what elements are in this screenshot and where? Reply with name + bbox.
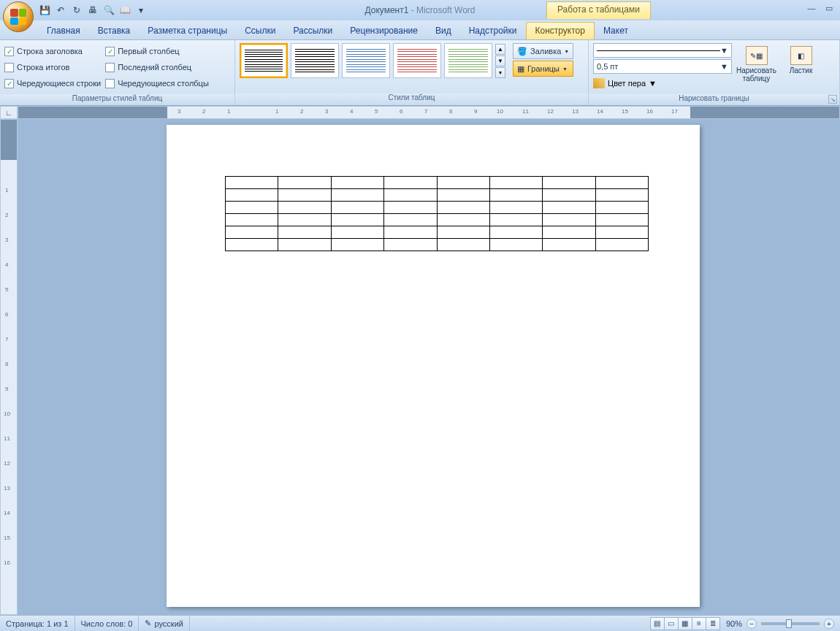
gallery-up-icon[interactable]: ▲ [495, 44, 505, 55]
group-title: Стили таблиц [235, 93, 588, 105]
bucket-icon: 🪣 [517, 47, 527, 56]
view-web-icon[interactable]: ▦ [678, 617, 692, 630]
zoom-in-button[interactable]: + [824, 619, 834, 629]
eraser-icon: ◧ [790, 46, 812, 65]
tab-references[interactable]: Ссылки [236, 23, 284, 39]
tab-home[interactable]: Главная [38, 23, 89, 39]
print-icon[interactable]: 🖶 [86, 4, 99, 17]
table-row [226, 202, 649, 214]
status-word-count[interactable]: Число слов: 0 [75, 616, 140, 631]
chevron-down-icon: ▼ [720, 46, 728, 55]
draw-table-button[interactable]: ✎▦ Нарисовать таблицу [736, 43, 776, 85]
view-print-layout-icon[interactable]: ▤ [650, 617, 665, 630]
tab-addins[interactable]: Надстройки [460, 23, 526, 39]
group-table-style-options: ✓Строка заголовка Строка итогов ✓Чередую… [0, 40, 235, 105]
chevron-down-icon: ▼ [649, 79, 657, 88]
view-outline-icon[interactable]: ≡ [692, 617, 706, 630]
zoom-value[interactable]: 90% [726, 619, 742, 628]
ruler-corner[interactable]: ∟ [0, 106, 18, 119]
checkbox-icon[interactable] [105, 63, 115, 72]
app-name: Microsoft Word [416, 5, 475, 15]
zoom-out-button[interactable]: − [747, 619, 757, 629]
quick-access-toolbar: 💾 ↶ ↻ 🖶 🔍 📖 ▾ [38, 4, 148, 17]
tab-review[interactable]: Рецензирование [341, 23, 427, 39]
ribbon-tabs: Главная Вставка Разметка страницы Ссылки… [0, 20, 840, 40]
dialog-launcher-icon[interactable]: ↘ [828, 95, 837, 104]
chevron-down-icon: ▼ [720, 62, 728, 71]
pen-color-button[interactable]: Цвет пера▼ [593, 75, 732, 91]
preview-icon[interactable]: 🔍 [102, 4, 115, 17]
table-style-thumb[interactable] [240, 43, 288, 78]
minimize-button[interactable]: — [805, 3, 818, 13]
group-draw-borders: ▼ 0,5 пт▼ Цвет пера▼ ✎▦ Нарисовать табли… [589, 40, 840, 105]
borders-button[interactable]: ▦Границы▼ [513, 61, 573, 77]
proofing-icon: ✎ [145, 619, 151, 628]
contextual-tab-label: Работа с таблицами [546, 1, 651, 19]
office-button[interactable] [3, 1, 34, 32]
view-draft-icon[interactable]: ≣ [706, 617, 720, 630]
checkbox-icon[interactable] [105, 79, 115, 88]
save-icon[interactable]: 💾 [38, 4, 51, 17]
tab-layout[interactable]: Макет [595, 23, 637, 39]
restore-button[interactable]: ▭ [822, 3, 836, 13]
status-language[interactable]: ✎русский [139, 616, 189, 631]
gallery-scroll: ▲ ▼ ▾ [495, 44, 505, 78]
document-table[interactable] [225, 176, 649, 251]
line-weight-combo[interactable]: 0,5 пт▼ [593, 59, 732, 74]
office-logo-icon [10, 9, 26, 25]
document-area[interactable] [18, 119, 840, 615]
table-row [226, 214, 649, 226]
option-first-column[interactable]: ✓Первый столбец [105, 43, 209, 59]
option-header-row[interactable]: ✓Строка заголовка [4, 43, 101, 59]
line-style-combo[interactable]: ▼ [593, 43, 732, 58]
tab-page-layout[interactable]: Разметка страницы [139, 23, 236, 39]
page [167, 125, 700, 607]
option-total-row[interactable]: Строка итогов [4, 59, 101, 75]
tab-design[interactable]: Конструктор [526, 22, 595, 39]
open-icon[interactable]: 📖 [118, 4, 131, 17]
title-bar: 💾 ↶ ↻ 🖶 🔍 📖 ▾ Документ1 - Microsoft Word… [0, 0, 840, 20]
table-row [226, 226, 649, 239]
group-title: Нарисовать границы↘ [589, 94, 839, 105]
tab-insert[interactable]: Вставка [89, 23, 140, 39]
shading-button[interactable]: 🪣Заливка▼ [513, 43, 573, 59]
view-buttons: ▤ ▭ ▦ ≡ ≣ [651, 617, 720, 630]
option-banded-rows[interactable]: ✓Чередующиеся строки [4, 75, 101, 91]
table-style-thumb[interactable] [393, 43, 441, 78]
checkbox-icon[interactable]: ✓ [4, 47, 14, 56]
tab-view[interactable]: Вид [427, 23, 460, 39]
eraser-button[interactable]: ◧ Ластик [781, 43, 821, 77]
zoom-thumb[interactable] [786, 619, 792, 628]
zoom-control: 90% − + [720, 619, 840, 629]
table-style-gallery: ▲ ▼ ▾ [240, 43, 505, 78]
option-last-column[interactable]: Последний столбец [105, 59, 209, 75]
doc-name: Документ1 [364, 5, 408, 15]
status-bar: Страница: 1 из 1 Число слов: 0 ✎русский … [0, 615, 840, 631]
checkbox-icon[interactable]: ✓ [105, 47, 115, 56]
checkbox-icon[interactable]: ✓ [4, 79, 14, 88]
table-row [226, 189, 649, 202]
group-title: Параметры стилей таблиц [0, 94, 234, 105]
borders-icon: ▦ [517, 64, 524, 74]
gallery-down-icon[interactable]: ▼ [495, 56, 505, 66]
table-row [226, 239, 649, 251]
option-banded-columns[interactable]: Чередующиеся столбцы [105, 75, 209, 91]
tab-mailings[interactable]: Рассылки [284, 23, 341, 39]
view-full-screen-icon[interactable]: ▭ [664, 617, 679, 630]
chevron-down-icon: ▼ [564, 49, 569, 54]
draw-table-icon: ✎▦ [746, 46, 768, 65]
vertical-ruler[interactable]: 12345678910111213141516 [0, 119, 18, 615]
gallery-more-icon[interactable]: ▾ [495, 67, 505, 78]
qat-more-icon[interactable]: ▾ [134, 4, 148, 17]
status-page[interactable]: Страница: 1 из 1 [0, 616, 75, 631]
horizontal-ruler[interactable]: 321 1234567891011121314151617 [18, 106, 840, 119]
chevron-down-icon: ▼ [562, 66, 568, 72]
undo-icon[interactable]: ↶ [54, 4, 67, 17]
table-style-thumb[interactable] [342, 43, 390, 78]
zoom-slider[interactable] [761, 622, 820, 625]
ribbon: ✓Строка заголовка Строка итогов ✓Чередую… [0, 40, 840, 106]
redo-icon[interactable]: ↻ [70, 4, 83, 17]
table-style-thumb[interactable] [444, 43, 492, 78]
table-style-thumb[interactable] [291, 43, 339, 78]
checkbox-icon[interactable] [4, 63, 14, 72]
